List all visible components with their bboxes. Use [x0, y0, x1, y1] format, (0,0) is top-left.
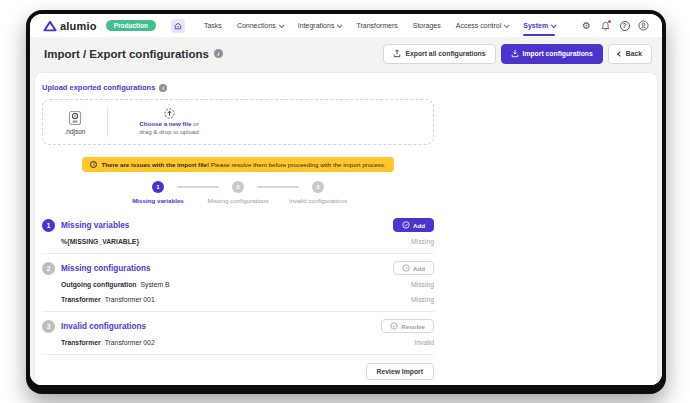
choose-file-link[interactable]: Choose a new file [139, 120, 191, 127]
upload-instructions: Choose a new file or drag & drop to uplo… [108, 108, 230, 137]
import-stepper: 1 Missing variables 2 Missing configurat… [42, 181, 434, 205]
step-label: Missing configurations [207, 197, 268, 205]
section-missing-variables: 1 Missing variables Add %{MI [42, 211, 434, 254]
file-upload-dropzone[interactable]: .ndjson Choose a new file or [42, 99, 434, 145]
back-button[interactable]: Back [608, 44, 652, 64]
info-icon[interactable]: i [159, 84, 167, 92]
table-row: Transformer Transformer 001 Missing [42, 290, 434, 305]
logo-text: alumio [60, 20, 97, 32]
table-row: Transformer Transformer 002 Invalid [42, 333, 434, 348]
environment-badge: Production [106, 20, 156, 31]
nav-system[interactable]: System [523, 14, 555, 37]
nav-label: Access control [456, 22, 502, 29]
row-value: System B [141, 281, 170, 288]
section-number-badge: 3 [42, 320, 55, 333]
window-content: alumio Production Tasks Connections Inte [30, 14, 662, 385]
home-icon [174, 22, 182, 30]
export-all-configurations-button[interactable]: Export all configurations [383, 44, 495, 64]
info-icon[interactable]: i [214, 49, 223, 58]
step-missing-configurations[interactable]: 2 Missing configurations [207, 181, 269, 205]
export-icon [393, 49, 401, 58]
row-value: Transformer 001 [105, 296, 155, 303]
step-label: Invalid configurations [289, 197, 347, 205]
help-button[interactable]: ? [619, 20, 630, 31]
upload-icon [164, 108, 175, 119]
step-number: 3 [312, 181, 324, 193]
nav-transformers[interactable]: Transformers [356, 14, 397, 37]
row-label: Transformer [61, 339, 101, 346]
status-badge: Missing [411, 238, 434, 245]
page-body: Upload exported configurations i .ndjson [30, 70, 662, 385]
nav-label: Storages [413, 22, 441, 29]
nav-label: Tasks [204, 22, 222, 29]
section-header: 2 Missing configurations Add [42, 261, 434, 275]
alumio-logo[interactable]: alumio [43, 20, 97, 32]
current-file: .ndjson [43, 110, 107, 135]
account-button[interactable] [638, 20, 649, 31]
help-icon: ? [620, 21, 630, 31]
nav-label: Integrations [298, 22, 335, 29]
button-label: Export all configurations [405, 50, 485, 57]
nav-connections[interactable]: Connections [237, 14, 283, 37]
nav-tasks[interactable]: Tasks [204, 14, 222, 37]
status-badge: Missing [411, 281, 434, 288]
page-title-bar: Import / Export configurations i Export … [30, 37, 662, 70]
button-label: Add [413, 222, 425, 229]
settings-button[interactable]: ⚙ [581, 20, 592, 31]
header-icons: ⚙ ? [581, 20, 649, 31]
check-circle-icon [390, 322, 398, 330]
section-number-badge: 2 [42, 262, 55, 275]
step-number: 2 [232, 181, 244, 193]
section-header: 3 Invalid configurations Resolve [42, 319, 434, 333]
nav-label: Transformers [356, 22, 397, 29]
check-circle-icon [402, 264, 410, 272]
step-number: 1 [152, 181, 164, 193]
chevron-left-icon [617, 51, 623, 57]
add-variable-button[interactable]: Add [393, 218, 434, 232]
nav-access-control[interactable]: Access control [456, 14, 509, 37]
choose-suffix: or [193, 120, 199, 127]
table-row: Outgoing configuration System B Missing [42, 275, 434, 290]
button-label: Import configurations [523, 50, 593, 57]
row-label: Outgoing configuration [61, 281, 137, 288]
file-type-label: .ndjson [65, 128, 86, 135]
content-column: Upload exported configurations i .ndjson [42, 83, 434, 385]
dashboard-home-button[interactable] [171, 19, 185, 33]
row-value: Transformer 002 [105, 339, 155, 346]
resolve-button[interactable]: Resolve [381, 319, 434, 333]
notifications-button[interactable] [600, 20, 611, 31]
section-number-badge: 1 [42, 219, 55, 232]
warning-info-icon: i [90, 161, 97, 168]
chevron-down-icon [337, 22, 343, 28]
gear-icon: ⚙ [582, 21, 591, 31]
step-missing-variables[interactable]: 1 Missing variables [127, 181, 189, 205]
chevron-down-icon [551, 22, 557, 28]
check-circle-icon [402, 221, 410, 229]
button-label: Resolve [401, 323, 425, 330]
add-configuration-button[interactable]: Add [393, 261, 434, 275]
app-header: alumio Production Tasks Connections Inte [30, 14, 662, 37]
review-import-button[interactable]: Review Import [366, 363, 434, 380]
drop-text: drag & drop to upload [139, 128, 199, 135]
nav-label: Connections [237, 22, 276, 29]
file-icon [67, 110, 83, 126]
status-badge: Invalid [414, 339, 434, 346]
alumio-logo-icon [43, 20, 57, 32]
import-warning-banner: i There are issues with the import file!… [82, 157, 393, 172]
notification-dot [608, 20, 611, 23]
chevron-down-icon [279, 22, 285, 28]
step-invalid-configurations[interactable]: 3 Invalid configurations [287, 181, 349, 205]
nav-integrations[interactable]: Integrations [298, 14, 342, 37]
section-title: Missing variables [61, 221, 129, 230]
import-configurations-button[interactable]: Import configurations [501, 44, 603, 64]
section-title: Missing configurations [61, 264, 151, 273]
step-label: Missing variables [132, 197, 184, 205]
row-label: Transformer [61, 296, 101, 303]
warning-text: There are issues with the import file! P… [101, 161, 385, 168]
chevron-down-icon [504, 22, 510, 28]
nav-storages[interactable]: Storages [413, 14, 441, 37]
account-icon [638, 20, 649, 31]
row-label: %{MISSING_VARIABLE} [61, 238, 139, 245]
status-badge: Missing [411, 296, 434, 303]
section-missing-configurations: 2 Missing configurations Add [42, 254, 434, 312]
